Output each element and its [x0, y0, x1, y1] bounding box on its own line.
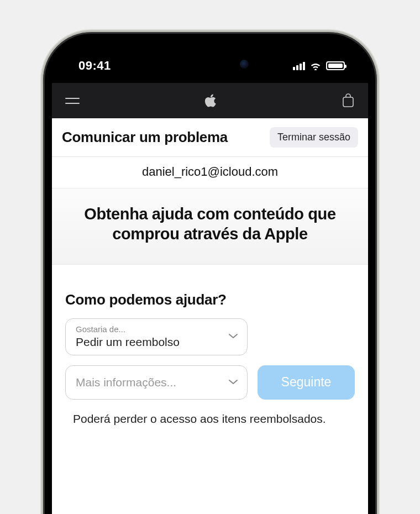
- chevron-down-icon: [228, 377, 238, 387]
- reason-select[interactable]: Mais informações...: [65, 365, 248, 400]
- shopping-bag-icon[interactable]: [342, 93, 355, 108]
- wifi-icon: [309, 61, 322, 70]
- phone-side-button: [41, 195, 43, 237]
- signout-button[interactable]: Terminar sessão: [270, 127, 358, 148]
- menu-icon[interactable]: [65, 98, 80, 104]
- battery-icon: [326, 61, 345, 70]
- user-email: daniel_rico1@icloud.com: [52, 157, 368, 188]
- form-heading: Como podemos ajudar?: [65, 291, 355, 308]
- svg-rect-0: [343, 97, 353, 107]
- front-camera-icon: [240, 60, 249, 69]
- select-placeholder: Mais informações...: [76, 371, 221, 394]
- phone-side-button: [377, 203, 379, 270]
- chevron-down-icon: [228, 332, 238, 342]
- cellular-signal-icon: [293, 61, 305, 70]
- disclaimer-text: Poderá perder o acesso aos itens reembol…: [65, 411, 355, 427]
- select-value: Pedir um reembolso: [76, 334, 221, 349]
- hero-section: Obtenha ajuda com conteúdo que comprou a…: [52, 188, 368, 265]
- page-content: Comunicar um problema Terminar sessão da…: [52, 118, 368, 514]
- phone-frame: 09:41: [41, 30, 379, 514]
- next-button[interactable]: Seguinte: [258, 365, 355, 400]
- dynamic-island: [164, 52, 256, 76]
- status-time: 09:41: [78, 59, 111, 73]
- nav-bar: [52, 83, 368, 118]
- select-label: Gostaria de...: [76, 324, 221, 334]
- action-select[interactable]: Gostaria de... Pedir um reembolso: [65, 318, 248, 355]
- phone-side-button: [41, 248, 43, 289]
- hero-headline: Obtenha ajuda com conteúdo que comprou a…: [67, 204, 353, 244]
- apple-logo-icon[interactable]: [204, 93, 217, 108]
- phone-side-button: [41, 159, 43, 181]
- page-title: Comunicar um problema: [62, 129, 228, 146]
